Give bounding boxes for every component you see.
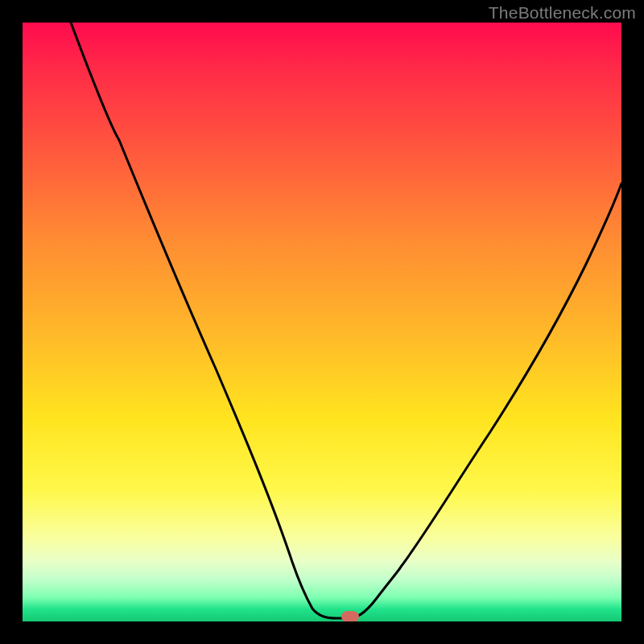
- watermark-label: TheBottleneck.com: [489, 3, 636, 23]
- min-marker: [341, 611, 359, 621]
- plot-area: [23, 23, 621, 621]
- chart-frame: TheBottleneck.com: [0, 0, 644, 644]
- bottleneck-curve-path: [71, 23, 621, 618]
- curve-svg: [23, 23, 621, 621]
